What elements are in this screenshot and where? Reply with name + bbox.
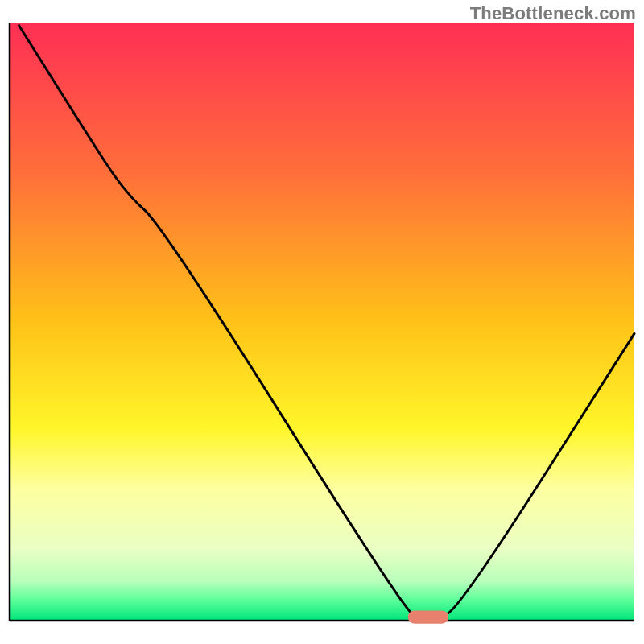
bottleneck-chart-svg bbox=[0, 0, 644, 644]
optimal-zone-marker bbox=[408, 610, 448, 623]
chart-canvas: TheBottleneck.com bbox=[0, 0, 644, 644]
plot-background bbox=[10, 23, 634, 621]
watermark-text: TheBottleneck.com bbox=[470, 3, 636, 24]
